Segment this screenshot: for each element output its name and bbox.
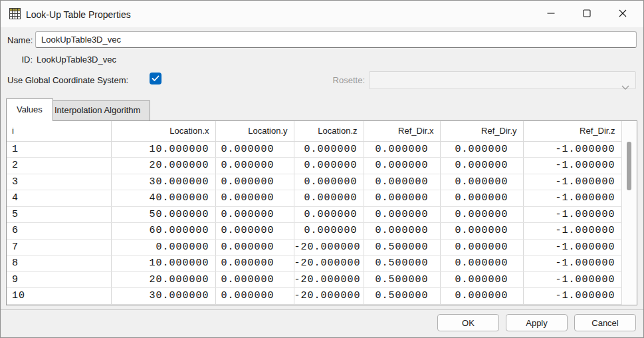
table-cell[interactable]: -1.000000 bbox=[523, 158, 621, 174]
table-cell[interactable]: 0.000000 bbox=[440, 190, 523, 207]
table-cell[interactable]: 0.500000 bbox=[364, 288, 440, 305]
table-cell[interactable]: -1.000000 bbox=[523, 174, 621, 190]
table-cell[interactable]: 0.000000 bbox=[440, 239, 523, 255]
table-cell[interactable]: 0.000000 bbox=[440, 271, 523, 288]
table-cell[interactable]: 0.000000 bbox=[294, 190, 364, 207]
table-cell[interactable]: -1.000000 bbox=[523, 271, 621, 288]
table-cell[interactable]: 0.000000 bbox=[364, 174, 440, 190]
table-cell[interactable]: -1.000000 bbox=[523, 223, 621, 240]
table-cell[interactable]: 0.000000 bbox=[440, 141, 523, 158]
table-cell[interactable]: -1.000000 bbox=[523, 255, 621, 272]
table-cell[interactable]: 2 bbox=[7, 158, 111, 174]
table-cell[interactable]: 60.000000 bbox=[111, 223, 215, 240]
tab-interpolation-algorithm[interactable]: Interpolation Algorithm bbox=[45, 100, 150, 121]
table-cell[interactable]: 8 bbox=[7, 255, 111, 272]
tab-values[interactable]: Values bbox=[6, 98, 53, 121]
table-cell[interactable]: 0.000000 bbox=[294, 174, 364, 190]
table-cell[interactable]: 0.000000 bbox=[364, 223, 440, 240]
table-cell[interactable]: 0.000000 bbox=[440, 158, 523, 174]
table-cell[interactable]: 0.000000 bbox=[364, 141, 440, 158]
column-header-location-x[interactable]: Location.x bbox=[111, 121, 215, 141]
table-cell[interactable]: 10.000000 bbox=[111, 255, 215, 272]
table-cell[interactable]: 0.000000 bbox=[215, 271, 294, 288]
table-cell[interactable]: 0.000000 bbox=[215, 239, 294, 255]
window-title: Look-Up Table Properties bbox=[26, 9, 131, 20]
table-cell[interactable]: 0.000000 bbox=[364, 190, 440, 207]
table-cell[interactable]: 0.000000 bbox=[294, 223, 364, 240]
table-cell[interactable]: -20.000000 bbox=[294, 271, 364, 288]
table-cell[interactable]: -1.000000 bbox=[523, 190, 621, 207]
column-header-location-z[interactable]: Location.z bbox=[294, 121, 364, 141]
table-cell[interactable]: 0.500000 bbox=[364, 255, 440, 272]
table-cell[interactable]: 0.500000 bbox=[364, 271, 440, 288]
table-cell[interactable]: 0.000000 bbox=[294, 141, 364, 158]
title-bar[interactable]: Look-Up Table Properties bbox=[1, 1, 643, 27]
table-row: 440.0000000.0000000.0000000.0000000.0000… bbox=[7, 190, 621, 207]
table-cell[interactable]: 20.000000 bbox=[111, 158, 215, 174]
column-header-i[interactable]: i bbox=[7, 121, 111, 141]
name-input[interactable] bbox=[35, 31, 637, 48]
bottom-divider bbox=[1, 309, 643, 310]
table-cell[interactable]: 10.000000 bbox=[111, 141, 215, 158]
table-cell[interactable]: 40.000000 bbox=[111, 190, 215, 207]
table-cell[interactable]: 0.000000 bbox=[215, 288, 294, 305]
table-cell[interactable]: 1 bbox=[7, 141, 111, 158]
table-cell[interactable]: 0.000000 bbox=[440, 223, 523, 240]
column-header-location-y[interactable]: Location.y bbox=[215, 121, 294, 141]
table-cell[interactable]: 0.000000 bbox=[215, 190, 294, 207]
maximize-button[interactable] bbox=[572, 2, 602, 25]
table-cell[interactable]: -1.000000 bbox=[523, 141, 621, 158]
table-cell[interactable]: 50.000000 bbox=[111, 206, 215, 223]
table-cell[interactable]: 0.000000 bbox=[364, 158, 440, 174]
column-header-ref-dir-x[interactable]: Ref_Dir.x bbox=[364, 121, 440, 141]
table-cell[interactable]: 3 bbox=[7, 174, 111, 190]
table-cell[interactable]: 0.000000 bbox=[440, 206, 523, 223]
table-cell[interactable]: 0.000000 bbox=[294, 206, 364, 223]
table-cell[interactable]: 0.000000 bbox=[215, 158, 294, 174]
table-cell[interactable]: -20.000000 bbox=[294, 239, 364, 255]
scrollbar-thumb[interactable] bbox=[627, 142, 631, 190]
table-cell[interactable]: 5 bbox=[7, 206, 111, 223]
table-cell[interactable]: 10 bbox=[7, 288, 111, 305]
table-cell[interactable]: 0.000000 bbox=[215, 141, 294, 158]
table-cell[interactable]: 0.000000 bbox=[440, 255, 523, 272]
table-row: 1030.0000000.000000-20.0000000.5000000.0… bbox=[7, 288, 621, 305]
table-row: 220.0000000.0000000.0000000.0000000.0000… bbox=[7, 158, 621, 174]
table-cell[interactable]: 0.000000 bbox=[215, 206, 294, 223]
table-cell[interactable]: -20.000000 bbox=[294, 255, 364, 272]
close-button[interactable] bbox=[607, 2, 638, 25]
table-cell[interactable]: -1.000000 bbox=[523, 206, 621, 223]
table-cell[interactable]: 30.000000 bbox=[111, 288, 215, 305]
table-cell[interactable]: 7 bbox=[7, 239, 111, 255]
table-cell[interactable]: 0.000000 bbox=[215, 223, 294, 240]
ok-button[interactable]: OK bbox=[437, 314, 499, 331]
table-cell[interactable]: 4 bbox=[7, 190, 111, 207]
close-icon bbox=[619, 9, 627, 17]
table-cell[interactable]: 0.000000 bbox=[215, 174, 294, 190]
apply-button[interactable]: Apply bbox=[506, 314, 568, 331]
table-cell[interactable]: -1.000000 bbox=[523, 239, 621, 255]
table-cell[interactable]: 0.500000 bbox=[364, 239, 440, 255]
column-header-ref-dir-z[interactable]: Ref_Dir.z bbox=[523, 121, 621, 141]
button-bar: OK Apply Cancel bbox=[437, 314, 636, 331]
column-header-ref-dir-y[interactable]: Ref_Dir.y bbox=[440, 121, 523, 141]
table-cell[interactable]: 20.000000 bbox=[111, 271, 215, 288]
table-cell[interactable]: 0.000000 bbox=[440, 174, 523, 190]
table-cell[interactable]: 9 bbox=[7, 271, 111, 288]
table-cell[interactable]: -20.000000 bbox=[294, 288, 364, 305]
table-cell[interactable]: 0.000000 bbox=[364, 206, 440, 223]
table-row: 330.0000000.0000000.0000000.0000000.0000… bbox=[7, 174, 621, 190]
table-header-row: iLocation.xLocation.yLocation.zRef_Dir.x… bbox=[7, 121, 621, 141]
use-global-coordinate-system-checkbox[interactable] bbox=[150, 73, 161, 84]
values-table-pane: iLocation.xLocation.yLocation.zRef_Dir.x… bbox=[6, 120, 637, 305]
table-cell[interactable]: 0.000000 bbox=[440, 288, 523, 305]
minimize-button[interactable] bbox=[536, 2, 566, 25]
table-cell[interactable]: -1.000000 bbox=[523, 288, 621, 305]
table-cell[interactable]: 0.000000 bbox=[294, 158, 364, 174]
table-cell[interactable]: 0.000000 bbox=[111, 239, 215, 255]
table-cell[interactable]: 0.000000 bbox=[215, 255, 294, 272]
vertical-scrollbar[interactable] bbox=[622, 121, 637, 305]
table-cell[interactable]: 6 bbox=[7, 223, 111, 240]
cancel-button[interactable]: Cancel bbox=[574, 314, 636, 331]
table-cell[interactable]: 30.000000 bbox=[111, 174, 215, 190]
